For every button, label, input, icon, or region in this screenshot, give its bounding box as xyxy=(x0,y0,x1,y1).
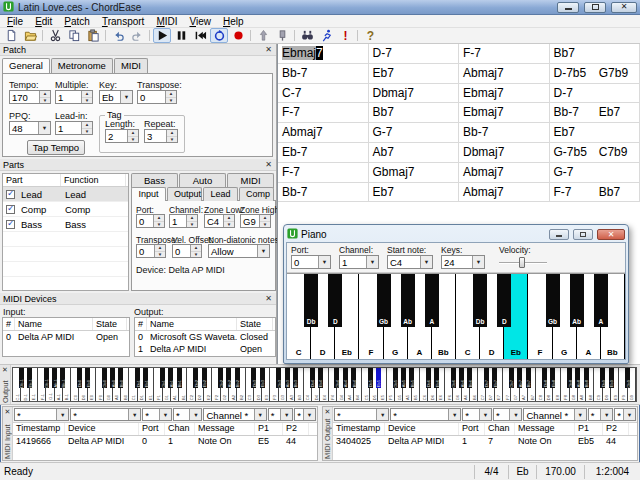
output-black-key[interactable]: Bb0 xyxy=(118,368,123,388)
dropdown-arrow-icon[interactable]: ▼ xyxy=(159,409,171,420)
port-spinner[interactable]: 0▲▼ xyxy=(136,214,165,228)
zone-low-spinner[interactable]: C4▲▼ xyxy=(204,214,235,228)
output-black-key[interactable]: Ab2 xyxy=(226,368,231,388)
patch-panel-header[interactable]: Patch ✕ xyxy=(0,44,276,56)
tempo-spinner-spinner[interactable]: ▲▼ xyxy=(39,91,50,103)
multiple-spinner[interactable]: 1▲▼ xyxy=(55,90,93,104)
piano-black-key-8[interactable]: Ab xyxy=(570,274,584,327)
output-black-key[interactable]: Db-1 xyxy=(19,368,24,388)
column-header[interactable]: Timestamp xyxy=(333,423,385,435)
column-header-part[interactable]: Part xyxy=(3,174,61,186)
record-button[interactable] xyxy=(229,28,247,43)
column-header[interactable]: Message xyxy=(515,423,575,435)
piano-maximize-button[interactable] xyxy=(573,229,593,240)
piano-close-button[interactable]: ✕ xyxy=(597,229,625,240)
spin-down-icon[interactable]: ▼ xyxy=(155,252,165,258)
output-black-key[interactable]: Gb6 xyxy=(451,368,456,388)
output-black-key[interactable]: Bb8 xyxy=(584,368,589,388)
part-group-tab-midi[interactable]: MIDI xyxy=(227,173,274,188)
dropdown-arrow-icon[interactable]: ▼ xyxy=(420,256,432,268)
tag-length-spinner[interactable]: 2▲▼ xyxy=(105,129,139,143)
chord-cell[interactable]: G-7 xyxy=(550,163,640,182)
part-checkbox[interactable] xyxy=(6,220,15,229)
new-file-button[interactable] xyxy=(2,28,20,43)
menu-item-edit[interactable]: Edit xyxy=(29,15,58,28)
redo-button[interactable] xyxy=(128,28,146,43)
pw-keys-combo[interactable]: 24▼ xyxy=(441,255,485,269)
column-header[interactable]: Message xyxy=(195,423,255,435)
dropdown-arrow-icon[interactable]: ▼ xyxy=(574,409,586,420)
transpose-spinner[interactable]: 0▲▼ xyxy=(137,90,177,104)
output-black-key[interactable]: Eb1 xyxy=(143,368,148,388)
output-black-key[interactable]: Bb-1 xyxy=(60,368,65,388)
transpose-spinner-spinner[interactable]: ▲▼ xyxy=(165,91,176,103)
chord-cell[interactable]: Abmaj7 xyxy=(459,163,550,182)
dropdown-arrow-icon[interactable]: ▼ xyxy=(38,122,50,134)
pause-button[interactable] xyxy=(172,28,190,43)
output-black-key[interactable]: Eb4 xyxy=(318,368,323,388)
output-black-key[interactable]: Ab-1 xyxy=(52,368,57,388)
piano-black-key-1[interactable]: D xyxy=(328,274,342,327)
chord-cell[interactable]: Ebmaj7 xyxy=(459,103,550,122)
output-black-key[interactable]: Db5 xyxy=(368,368,373,388)
column-header-function[interactable]: Function xyxy=(61,174,126,186)
device-row[interactable]: 1Delta AP MIDIOpen xyxy=(135,343,275,355)
part-row-lead[interactable]: LeadLead xyxy=(3,187,128,202)
dropdown-arrow-icon[interactable]: ▼ xyxy=(448,409,460,420)
chord-cell[interactable]: Bb7 xyxy=(369,103,460,122)
part-tab-output[interactable]: Output xyxy=(167,187,202,201)
rewind-button[interactable] xyxy=(191,28,209,43)
dropdown-arrow-icon[interactable]: ▼ xyxy=(120,91,132,103)
chord-cell[interactable]: G-7 xyxy=(369,123,460,142)
midi-output-close-icon[interactable]: ✕ xyxy=(325,407,331,416)
spin-down-icon[interactable]: ▼ xyxy=(82,98,92,104)
input-transpose-spinner-spinner[interactable]: ▲▼ xyxy=(154,245,165,257)
column-header[interactable]: P2 xyxy=(283,423,309,435)
output-black-key[interactable]: Ab5 xyxy=(401,368,406,388)
output-black-key[interactable]: Eb7 xyxy=(492,368,497,388)
play-button[interactable] xyxy=(153,28,171,43)
spin-down-icon[interactable]: ▼ xyxy=(224,222,234,228)
part-group-tab-bass[interactable]: Bass xyxy=(131,173,178,188)
paste-button[interactable] xyxy=(84,28,102,43)
ppq-combo[interactable]: 48▼ xyxy=(9,121,51,135)
pw-start-note-combo[interactable]: C4▼ xyxy=(387,255,433,269)
output-black-key[interactable]: Db0 xyxy=(77,368,82,388)
practice-button[interactable] xyxy=(317,28,335,43)
output-black-key[interactable]: Gb3 xyxy=(276,368,281,388)
column-header[interactable]: Chan xyxy=(165,423,195,435)
spin-down-icon[interactable]: ▼ xyxy=(187,222,197,228)
output-black-key[interactable]: Db9 xyxy=(600,368,605,388)
chord-cell[interactable]: Eb-7 xyxy=(278,143,369,162)
chord-cell[interactable]: Dbmaj7 xyxy=(369,84,460,103)
output-black-key[interactable]: Ab4 xyxy=(343,368,348,388)
column-header[interactable]: Port xyxy=(139,423,165,435)
piano-window[interactable]: Piano ✕ Port:0▼Channel:1▼Start note:C4▼K… xyxy=(283,224,629,364)
output-black-key[interactable]: Gb2 xyxy=(218,368,223,388)
tag-repeat-spinner-spinner[interactable]: ▲▼ xyxy=(166,130,177,142)
dropdown-arrow-icon[interactable]: ▼ xyxy=(128,409,140,420)
filter-combo[interactable]: *▼ xyxy=(70,408,141,421)
output-black-key[interactable]: Db2 xyxy=(193,368,198,388)
chord-cell[interactable]: D-7 xyxy=(369,44,460,63)
output-black-key[interactable]: Ab8 xyxy=(575,368,580,388)
dropdown-arrow-icon[interactable]: ▼ xyxy=(280,409,292,420)
output-black-key[interactable]: Eb2 xyxy=(202,368,207,388)
output-black-key[interactable]: Eb6 xyxy=(434,368,439,388)
chord-cell[interactable]: F-7 xyxy=(278,163,369,182)
midi-devices-close-icon[interactable]: ✕ xyxy=(264,294,273,303)
output-black-key[interactable]: Gb-1 xyxy=(44,368,49,388)
chord-cell[interactable]: Bb-7Eb7 xyxy=(550,103,640,122)
part-checkbox[interactable] xyxy=(6,190,15,199)
piano-minimize-button[interactable] xyxy=(549,229,569,240)
output-black-key[interactable]: Db6 xyxy=(426,368,431,388)
pw-port-combo[interactable]: 0▼ xyxy=(291,255,331,269)
output-black-key[interactable]: Db4 xyxy=(310,368,315,388)
tap-tempo-button[interactable]: Tap Tempo xyxy=(27,140,85,155)
midi-reset-button[interactable] xyxy=(273,28,291,43)
output-black-key[interactable]: Gb9 xyxy=(625,368,630,388)
output-black-key[interactable]: Gb8 xyxy=(567,368,572,388)
parts-close-icon[interactable]: ✕ xyxy=(264,160,273,169)
dropdown-arrow-icon[interactable]: ▼ xyxy=(257,245,269,257)
output-black-key[interactable]: Gb0 xyxy=(102,368,107,388)
